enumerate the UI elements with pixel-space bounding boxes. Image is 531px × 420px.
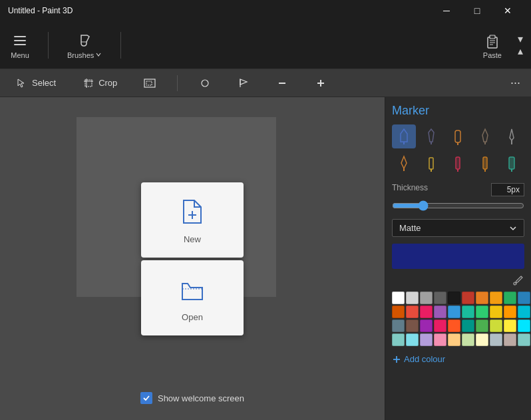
palette-cell[interactable] bbox=[420, 306, 433, 318]
new-card[interactable]: New bbox=[141, 182, 244, 258]
crop-label: Crop bbox=[98, 78, 117, 88]
show-welcome-label: Show welcome screen bbox=[158, 393, 244, 403]
resize-tool[interactable] bbox=[138, 75, 161, 92]
right-panel: Marker bbox=[385, 97, 531, 420]
palette-cell[interactable] bbox=[504, 333, 516, 346]
select-tool[interactable]: Select bbox=[11, 75, 61, 92]
actionbar: Select Crop bbox=[0, 69, 531, 97]
palette-cell[interactable] bbox=[490, 319, 502, 332]
minus-tool[interactable] bbox=[271, 75, 293, 92]
undo-dropdown[interactable]: ▾ bbox=[518, 34, 523, 45]
palette-cell[interactable] bbox=[490, 292, 502, 304]
palette-cell[interactable] bbox=[434, 292, 446, 304]
palette-cell[interactable] bbox=[448, 333, 460, 346]
show-welcome-checkbox[interactable] bbox=[140, 392, 152, 404]
flag-icon bbox=[238, 77, 250, 89]
brush-cell-1[interactable] bbox=[392, 124, 416, 148]
palette-cell[interactable] bbox=[518, 333, 530, 346]
palette-cell[interactable] bbox=[462, 319, 474, 332]
palette-cell[interactable] bbox=[476, 319, 488, 332]
add-colour-label: Add colour bbox=[404, 354, 445, 364]
show-welcome-row[interactable]: Show welcome screen bbox=[140, 392, 244, 404]
brush-cell-8[interactable] bbox=[446, 151, 470, 175]
brush-cell-10[interactable] bbox=[500, 151, 524, 175]
palette-cell[interactable] bbox=[406, 306, 419, 318]
palette-cell[interactable] bbox=[462, 333, 474, 346]
palette-cell[interactable] bbox=[448, 306, 460, 318]
thickness-input[interactable] bbox=[491, 183, 524, 196]
plus-tool[interactable] bbox=[309, 75, 332, 92]
active-color-swatch[interactable] bbox=[392, 244, 524, 269]
svg-point-35 bbox=[514, 282, 516, 285]
palette-cell[interactable] bbox=[476, 333, 488, 346]
brush-cell-7[interactable] bbox=[419, 151, 443, 175]
palette-cell[interactable] bbox=[420, 292, 433, 304]
palette-cell[interactable] bbox=[462, 292, 474, 304]
palette-cell[interactable] bbox=[448, 319, 460, 332]
brushes-button[interactable]: Brushes bbox=[62, 29, 107, 62]
flag-tool[interactable] bbox=[232, 75, 255, 92]
brushes-icon bbox=[75, 31, 94, 50]
menu-button[interactable]: Menu bbox=[5, 29, 35, 62]
menu-icon bbox=[11, 31, 29, 50]
palette-cell[interactable] bbox=[462, 306, 474, 318]
palette-cell[interactable] bbox=[504, 292, 516, 304]
eyedropper-button[interactable] bbox=[512, 274, 524, 286]
palette-cell[interactable] bbox=[504, 319, 516, 332]
svg-point-13 bbox=[202, 80, 208, 87]
palette-cell[interactable] bbox=[392, 292, 405, 304]
close-button[interactable]: ✕ bbox=[492, 0, 523, 21]
palette-cell[interactable] bbox=[490, 333, 502, 346]
paste-icon bbox=[483, 31, 502, 50]
palette-cell[interactable] bbox=[518, 292, 530, 304]
palette-cell[interactable] bbox=[476, 306, 488, 318]
more-options[interactable]: ··· bbox=[510, 76, 520, 90]
finish-dropdown[interactable]: Matte bbox=[392, 219, 524, 237]
palette-cell[interactable] bbox=[448, 292, 460, 304]
palette-cell[interactable] bbox=[406, 333, 419, 346]
palette-cell[interactable] bbox=[518, 306, 530, 318]
new-icon bbox=[176, 196, 208, 228]
eyedropper-row bbox=[392, 274, 524, 286]
crop-icon bbox=[83, 77, 94, 89]
paste-button[interactable]: Paste bbox=[478, 29, 507, 62]
svg-rect-27 bbox=[429, 158, 433, 169]
svg-rect-11 bbox=[144, 79, 155, 87]
menu-label: Menu bbox=[11, 51, 29, 59]
brush-cell-9[interactable] bbox=[473, 151, 497, 175]
toolbar-separator2 bbox=[120, 32, 121, 59]
open-card[interactable]: Open bbox=[141, 260, 244, 335]
palette-cell[interactable] bbox=[518, 319, 530, 332]
select-icon bbox=[16, 77, 28, 89]
brush-cell-6[interactable] bbox=[392, 151, 416, 175]
palette-cell[interactable] bbox=[392, 306, 405, 318]
brush-cell-3[interactable] bbox=[446, 124, 470, 148]
redo-button[interactable]: ▴ bbox=[518, 46, 523, 57]
palette-cell[interactable] bbox=[434, 319, 446, 332]
palette-cell[interactable] bbox=[392, 319, 405, 332]
palette-cell[interactable] bbox=[420, 333, 433, 346]
thickness-slider[interactable] bbox=[392, 200, 524, 211]
palette-cell[interactable] bbox=[504, 306, 516, 318]
shape-tool[interactable] bbox=[194, 75, 216, 92]
palette-cell[interactable] bbox=[434, 306, 446, 318]
add-colour-button[interactable]: Add colour bbox=[392, 351, 445, 367]
palette-cell[interactable] bbox=[406, 319, 419, 332]
minimize-button[interactable]: ─ bbox=[431, 0, 462, 21]
select-label: Select bbox=[32, 78, 56, 88]
brush-cell-4[interactable] bbox=[473, 124, 497, 148]
palette-cell[interactable] bbox=[420, 319, 433, 332]
action-separator bbox=[177, 75, 178, 91]
palette-cell[interactable] bbox=[434, 333, 446, 346]
maximize-button[interactable]: □ bbox=[462, 0, 492, 21]
minus-icon bbox=[276, 77, 288, 89]
crop-tool[interactable]: Crop bbox=[77, 75, 122, 92]
palette-cell[interactable] bbox=[476, 292, 488, 304]
palette-cell[interactable] bbox=[406, 292, 419, 304]
brush-cell-5[interactable] bbox=[500, 124, 524, 148]
palette-cell[interactable] bbox=[490, 306, 502, 318]
brush-cell-2[interactable] bbox=[419, 124, 443, 148]
window-title: Untitled - Paint 3D bbox=[8, 6, 73, 15]
palette-cell[interactable] bbox=[392, 333, 405, 346]
resize-icon bbox=[144, 77, 156, 89]
